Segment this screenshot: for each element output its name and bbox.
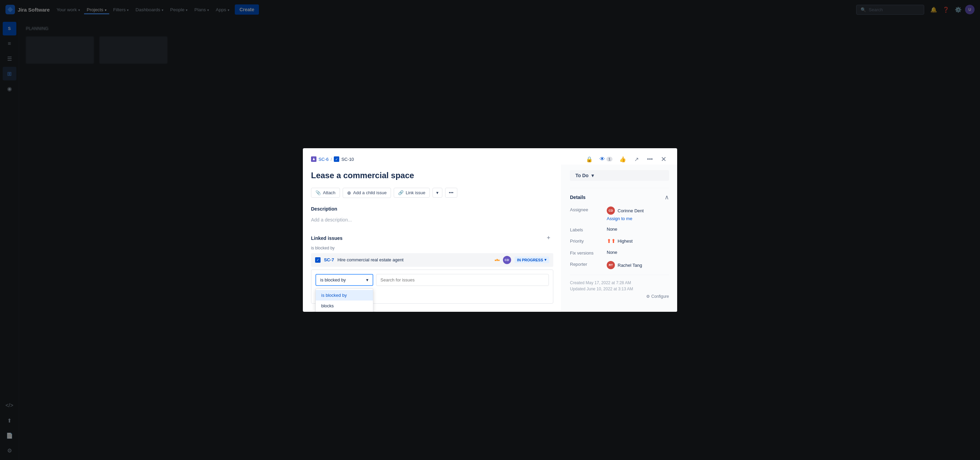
details-divider	[570, 275, 669, 275]
add-child-issue-button[interactable]: ⊕ Add a child issue	[343, 188, 391, 198]
status-dropdown-chevron: ▾	[592, 173, 594, 178]
modal-body: Lease a commercial space 📎 Attach ⊕ Add …	[303, 165, 677, 311]
description-placeholder[interactable]: Add a description...	[311, 214, 553, 225]
assign-to-me-link[interactable]: Assign to me	[607, 216, 644, 221]
details-toggle-button[interactable]: ∧	[665, 193, 669, 201]
labels-row: Labels None	[570, 227, 669, 232]
issue-title: Lease a commercial space	[311, 170, 553, 180]
updated-timestamp: Updated June 10, 2022 at 3:13 AM	[570, 287, 669, 291]
child-issue-key: SC-10	[341, 157, 354, 162]
assignee-label: Assignee	[570, 206, 604, 212]
fix-versions-label: Fix versions	[570, 250, 604, 256]
more-toolbar-button[interactable]: ▾	[433, 188, 442, 198]
linked-issue-key[interactable]: SC-7	[324, 257, 334, 262]
attach-button[interactable]: 📎 Attach	[311, 188, 340, 198]
linked-issues-title: Linked issues	[311, 235, 343, 241]
link-issue-label: Link issue	[406, 190, 425, 195]
watch-count: 1	[606, 157, 612, 161]
add-linked-issue-button[interactable]: +	[544, 233, 553, 243]
dropdown-option-is-blocked-by[interactable]: is blocked by	[316, 290, 373, 300]
link-type-menu: is blocked by blocks is cloned by clones	[315, 288, 373, 312]
dropdown-option-is-cloned-by[interactable]: is cloned by	[316, 311, 373, 312]
link-icon: 🔗	[398, 190, 404, 195]
reporter-name: Rachel Tang	[617, 263, 642, 268]
more-actions-button[interactable]: •••	[644, 154, 655, 165]
child-issue-icon-toolbar: ⊕	[347, 190, 351, 196]
linked-sub-label: is blocked by	[311, 246, 553, 251]
link-type-selected: is blocked by	[320, 277, 346, 283]
fix-versions-value[interactable]: None	[607, 250, 669, 255]
breadcrumb: ♟ SC-6 / ✓ SC-10	[311, 157, 354, 162]
status-label: To Do	[576, 173, 589, 178]
modal-header-actions: 🔒 👁 1 👍 ↗ ••• ✕	[584, 154, 669, 165]
priority-value: Highest	[617, 238, 633, 244]
reporter-row: Reporter RT Rachel Tang	[570, 261, 669, 269]
reporter-label: Reporter	[570, 261, 604, 267]
status-dropdown[interactable]: To Do ▾	[570, 170, 669, 181]
description-label: Description	[311, 206, 553, 212]
priority-bars	[495, 259, 500, 261]
extra-options-button[interactable]: •••	[445, 188, 457, 198]
fix-versions-row: Fix versions None	[570, 250, 669, 256]
gear-icon: ⚙	[646, 294, 650, 299]
lock-button[interactable]: 🔒	[584, 154, 595, 165]
link-issue-button[interactable]: 🔗 Link issue	[394, 188, 430, 198]
linked-issues-header: Linked issues +	[311, 233, 553, 243]
modal-overlay: ♟ SC-6 / ✓ SC-10 🔒 👁 1 👍 ↗ ••• ✕	[0, 0, 980, 460]
details-section: Details ∧ Assignee CD Corinne Dent Assig…	[570, 188, 669, 299]
assignee-row: Assignee CD Corinne Dent Assign to me	[570, 206, 669, 221]
details-title: Details	[570, 195, 585, 200]
modal-sidebar: To Do ▾ Details ∧ Assignee CD	[562, 165, 677, 311]
modal-main-content: Lease a commercial space 📎 Attach ⊕ Add …	[303, 165, 562, 311]
linked-issue-type-icon: ✓	[315, 257, 321, 263]
priority-label: Priority	[570, 238, 604, 244]
child-issue-icon: ✓	[334, 157, 339, 162]
action-toolbar: 📎 Attach ⊕ Add a child issue 🔗 Link issu…	[311, 188, 553, 198]
paperclip-icon: 📎	[315, 190, 321, 195]
priority-row: Priority ⬆⬆ Highest	[570, 238, 669, 244]
share-button[interactable]: ↗	[631, 154, 642, 165]
attach-label: Attach	[323, 190, 336, 195]
watch-icon: 👁	[600, 156, 605, 162]
labels-label: Labels	[570, 227, 604, 232]
status-badge[interactable]: IN PROGRESS ▾	[514, 257, 549, 263]
issue-modal: ♟ SC-6 / ✓ SC-10 🔒 👁 1 👍 ↗ ••• ✕	[303, 148, 677, 311]
assignee-avatar: CD	[607, 206, 615, 215]
configure-row: ⚙ Configure	[570, 294, 669, 299]
thumbs-up-button[interactable]: 👍	[617, 154, 628, 165]
modal-header: ♟ SC-6 / ✓ SC-10 🔒 👁 1 👍 ↗ ••• ✕	[303, 148, 677, 165]
priority-icon: ⬆⬆	[607, 238, 616, 244]
assignee-avatar-linked: CD	[503, 256, 511, 264]
parent-issue-icon: ♟	[311, 157, 317, 162]
parent-issue-link[interactable]: SC-6	[318, 157, 329, 162]
link-type-dropdown[interactable]: is blocked by ▾	[315, 274, 373, 286]
linked-issue-summary: Hire commercial real estate agent	[337, 257, 492, 262]
created-timestamp: Created May 17, 2022 at 7:28 AM	[570, 280, 669, 285]
status-text: IN PROGRESS	[517, 258, 543, 262]
labels-value[interactable]: None	[607, 227, 669, 232]
close-button[interactable]: ✕	[658, 154, 669, 165]
watch-button[interactable]: 👁 1	[598, 155, 614, 164]
linked-issue-row: ✓ SC-7 Hire commercial real estate agent…	[311, 253, 553, 267]
link-type-chevron: ▾	[366, 277, 369, 283]
details-header: Details ∧	[570, 193, 669, 201]
dropdown-option-blocks[interactable]: blocks	[316, 300, 373, 311]
link-form: is blocked by ▾ is blocked by blocks is …	[311, 270, 553, 303]
reporter-avatar: RT	[607, 261, 615, 269]
configure-button[interactable]: ⚙ Configure	[646, 294, 669, 299]
assignee-name: Corinne Dent	[617, 208, 644, 213]
issue-search-input[interactable]	[376, 274, 549, 286]
assignee-info: CD Corinne Dent	[607, 206, 644, 215]
status-chevron: ▾	[544, 257, 546, 262]
add-child-issue-label: Add a child issue	[353, 190, 387, 195]
configure-label: Configure	[651, 294, 669, 299]
priority-indicator	[495, 259, 500, 261]
link-form-row: is blocked by ▾ is blocked by blocks is …	[315, 274, 549, 286]
